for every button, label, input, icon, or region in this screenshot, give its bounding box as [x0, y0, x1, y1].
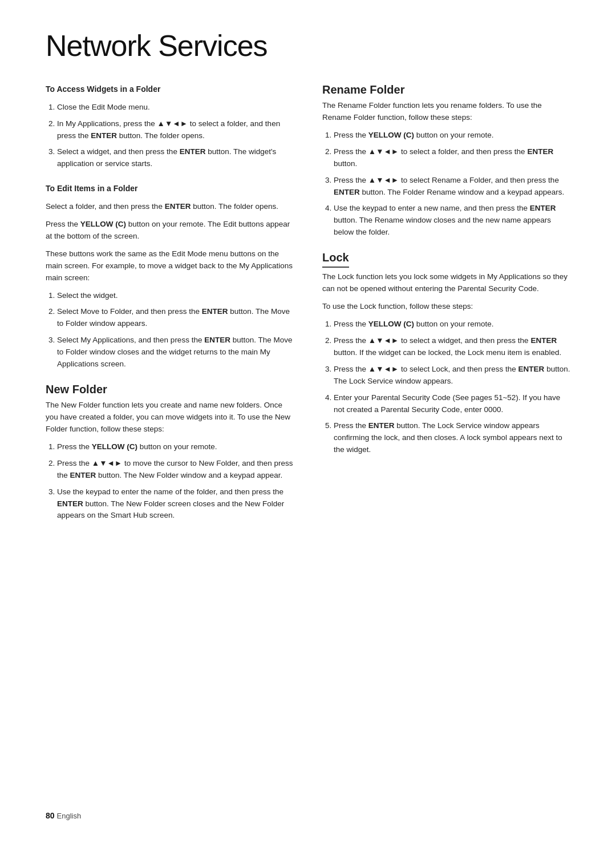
list-item: Press the ▲▼◄► to select Rename a Folder…	[334, 175, 570, 199]
lock-heading: Lock	[322, 251, 349, 268]
list-item: In My Applications, press the ▲▼◄► to se…	[57, 118, 294, 142]
lock-para1: The Lock function lets you lock some wid…	[322, 271, 570, 295]
left-column: To Access Widgets in a Folder Close the …	[46, 83, 294, 534]
footer: 80English	[46, 811, 81, 820]
section-edit-items: To Edit Items in a Folder Select a folde…	[46, 183, 294, 370]
new-folder-heading: New Folder	[46, 383, 294, 396]
lock-list: Press the YELLOW (C) button on your remo…	[322, 318, 570, 456]
section-access-widgets-list: Close the Edit Mode menu. In My Applicat…	[46, 102, 294, 171]
list-item: Select Move to Folder, and then press th…	[57, 306, 294, 330]
list-item: Press the ENTER button. The Lock Service…	[334, 420, 570, 456]
section-access-widgets-heading: To Access Widgets in a Folder	[46, 83, 294, 96]
section-rename-folder: Rename Folder The Rename Folder function…	[322, 83, 570, 239]
footer-language: English	[57, 812, 82, 820]
list-item: Use the keypad to enter a new name, and …	[334, 203, 570, 239]
section-access-widgets: To Access Widgets in a Folder Close the …	[46, 83, 294, 170]
edit-items-para2: Press the YELLOW (C) button on your remo…	[46, 219, 294, 243]
page-title: Network Services	[46, 29, 570, 63]
rename-folder-list: Press the YELLOW (C) button on your remo…	[322, 130, 570, 239]
list-item: Press the ▲▼◄► to select Lock, and then …	[334, 364, 570, 388]
footer-page-number: 80	[46, 811, 55, 820]
list-item: Press the YELLOW (C) button on your remo…	[57, 441, 294, 453]
new-folder-para: The New Folder function lets you create …	[46, 400, 294, 435]
edit-items-list: Select the widget. Select Move to Folder…	[46, 290, 294, 371]
section-lock: Lock The Lock function lets you lock som…	[322, 251, 570, 456]
list-item: Enter your Parental Security Code (See p…	[334, 392, 570, 416]
list-item: Press the ▲▼◄► to select a folder, and t…	[334, 146, 570, 170]
list-item: Press the YELLOW (C) button on your remo…	[334, 318, 570, 330]
list-item: Use the keypad to enter the name of the …	[57, 486, 294, 522]
edit-items-para1: Select a folder, and then press the ENTE…	[46, 201, 294, 213]
rename-folder-heading: Rename Folder	[322, 83, 570, 96]
right-column: Rename Folder The Rename Folder function…	[322, 83, 570, 534]
list-item: Select the widget.	[57, 290, 294, 302]
list-item: Select My Applications, and then press t…	[57, 334, 294, 370]
section-edit-items-heading: To Edit Items in a Folder	[46, 183, 294, 195]
section-new-folder: New Folder The New Folder function lets …	[46, 383, 294, 522]
two-column-layout: To Access Widgets in a Folder Close the …	[46, 83, 570, 534]
list-item: Press the YELLOW (C) button on your remo…	[334, 130, 570, 142]
rename-folder-para: The Rename Folder function lets you rena…	[322, 100, 570, 124]
list-item: Press the ▲▼◄► to move the cursor to New…	[57, 458, 294, 482]
page: Network Services To Access Widgets in a …	[0, 0, 616, 843]
new-folder-list: Press the YELLOW (C) button on your remo…	[46, 441, 294, 522]
edit-items-para3: These buttons work the same as the Edit …	[46, 248, 294, 284]
lock-para2: To use the Lock function, follow these s…	[322, 301, 570, 313]
list-item: Close the Edit Mode menu.	[57, 102, 294, 114]
list-item: Select a widget, and then press the ENTE…	[57, 146, 294, 170]
list-item: Press the ▲▼◄► to select a widget, and t…	[334, 335, 570, 359]
